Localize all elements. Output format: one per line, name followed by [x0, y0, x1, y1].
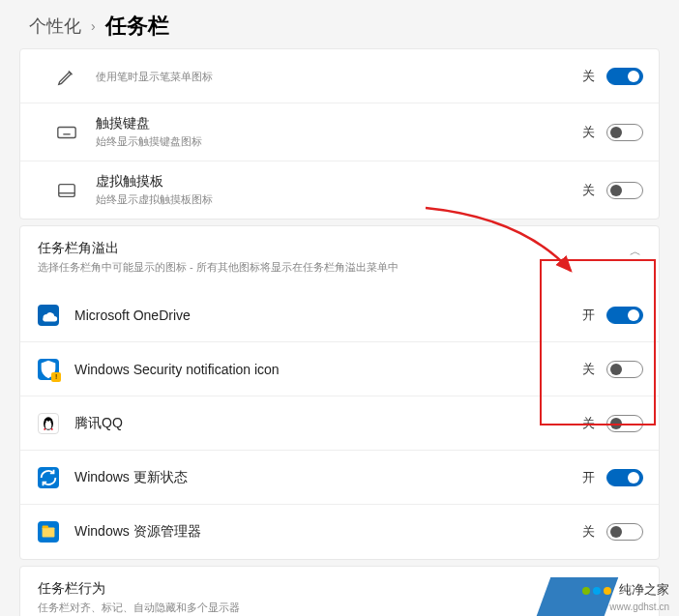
virtual-touchpad-row[interactable]: 虚拟触摸板 始终显示虚拟触摸板图标 关: [20, 161, 659, 219]
pen-icon: [55, 65, 78, 88]
security-label: Windows Security notification icon: [74, 362, 577, 377]
onedrive-label: Microsoft OneDrive: [74, 308, 577, 323]
watermark: 纯净之家: [582, 581, 669, 599]
taskbar-overflow-header[interactable]: 任务栏角溢出 选择任务栏角中可能显示的图标 - 所有其他图标将显示在任务栏角溢出…: [20, 226, 659, 288]
touch-keyboard-state: 关: [577, 124, 595, 141]
keyboard-icon: [55, 121, 78, 144]
onedrive-state: 开: [577, 307, 595, 324]
breadcrumb-parent[interactable]: 个性化: [29, 15, 81, 38]
explorer-label: Windows 资源管理器: [74, 523, 577, 541]
svg-rect-13: [43, 526, 48, 529]
touch-keyboard-title: 触摸键盘: [96, 115, 577, 132]
taskbar-overflow-sub: 选择任务栏角中可能显示的图标 - 所有其他图标将显示在任务栏角溢出菜单中: [38, 260, 630, 275]
security-state: 关: [577, 361, 595, 378]
pen-menu-sub: 使用笔时显示笔菜单图标: [96, 70, 577, 84]
svg-rect-12: [43, 527, 55, 537]
svg-rect-6: [59, 184, 75, 196]
qq-state: 关: [577, 415, 595, 432]
breadcrumb: 个性化 › 任务栏: [0, 0, 679, 48]
update-label: Windows 更新状态: [74, 469, 577, 486]
virtual-touchpad-toggle[interactable]: [606, 182, 643, 199]
svg-point-9: [45, 421, 52, 428]
onedrive-icon: [38, 305, 59, 326]
svg-rect-0: [58, 127, 75, 137]
security-row[interactable]: ! Windows Security notification icon 关: [20, 342, 659, 396]
taskbar-overflow-title: 任务栏角溢出: [38, 240, 630, 257]
explorer-toggle[interactable]: [606, 523, 643, 541]
explorer-icon: [38, 521, 59, 543]
virtual-touchpad-title: 虚拟触摸板: [96, 173, 577, 191]
touchpad-icon: [55, 179, 78, 202]
virtual-touchpad-sub: 始终显示虚拟触摸板图标: [96, 192, 577, 207]
qq-toggle[interactable]: [606, 415, 643, 432]
watermark-logo-icon: [582, 587, 611, 595]
onedrive-row[interactable]: Microsoft OneDrive 开: [20, 288, 659, 342]
update-state: 开: [577, 469, 595, 486]
pen-menu-state: 关: [577, 68, 595, 85]
shield-icon: !: [38, 359, 59, 380]
chevron-right-icon: ›: [91, 18, 96, 34]
touch-keyboard-row[interactable]: 触摸键盘 始终显示触摸键盘图标 关: [20, 103, 659, 161]
watermark-text: 纯净之家: [619, 582, 669, 597]
touch-keyboard-toggle[interactable]: [606, 124, 643, 141]
taskbar-corner-icons-card: 使用笔时显示笔菜单图标 关 触摸键盘 始终显示触摸键盘图标 关 虚拟触摸板 始终…: [19, 48, 660, 220]
svg-point-11: [49, 420, 51, 422]
security-toggle[interactable]: [606, 361, 643, 378]
chevron-up-icon: ︿: [630, 244, 641, 260]
explorer-row[interactable]: Windows 资源管理器 关: [20, 505, 659, 559]
explorer-state: 关: [577, 523, 595, 541]
virtual-touchpad-state: 关: [577, 182, 595, 199]
qq-row[interactable]: 腾讯QQ 关: [20, 396, 659, 451]
taskbar-overflow-card: 任务栏角溢出 选择任务栏角中可能显示的图标 - 所有其他图标将显示在任务栏角溢出…: [19, 225, 660, 560]
pen-menu-toggle[interactable]: [606, 68, 643, 85]
pen-menu-row[interactable]: 使用笔时显示笔菜单图标 关: [20, 49, 659, 103]
qq-icon: [38, 413, 59, 434]
breadcrumb-current: 任务栏: [105, 12, 169, 41]
qq-label: 腾讯QQ: [74, 415, 577, 432]
update-row[interactable]: Windows 更新状态 开: [20, 451, 659, 505]
svg-point-10: [46, 420, 48, 422]
update-icon: [38, 467, 59, 488]
watermark-domain: www.gdhst.cn: [609, 601, 669, 612]
touch-keyboard-sub: 始终显示触摸键盘图标: [96, 134, 577, 149]
update-toggle[interactable]: [606, 469, 643, 486]
onedrive-toggle[interactable]: [606, 307, 643, 324]
